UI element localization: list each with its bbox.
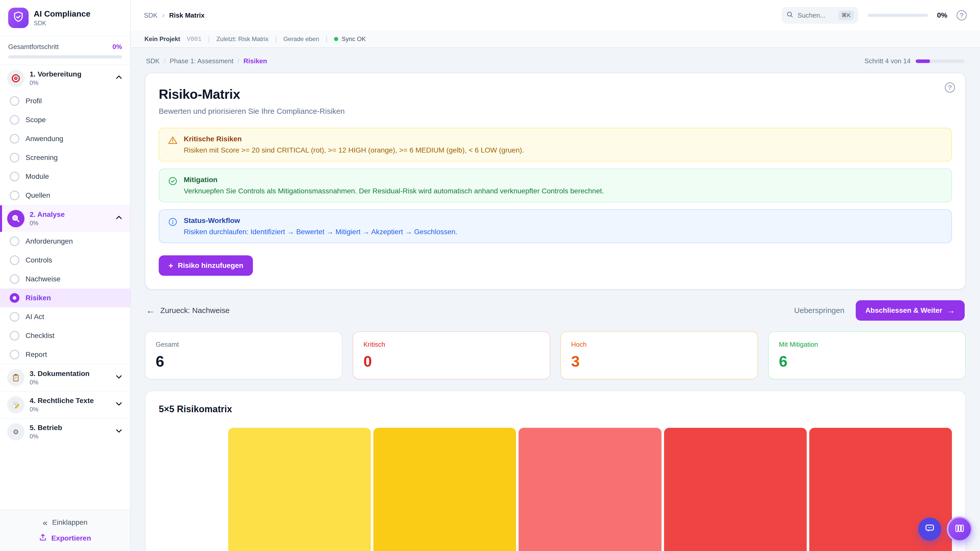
info-callout: Status-Workflow Risiken durchlaufen: Ide… bbox=[159, 210, 952, 243]
sidebar-item-risiken[interactable]: Risiken bbox=[0, 289, 130, 307]
sidebar-item-controls[interactable]: Controls bbox=[0, 251, 130, 270]
stats-row: Gesamt 6 Kritisch 0 Hoch 3 Mit Mitigatio… bbox=[145, 331, 966, 380]
callout-title: Kritische Risiken bbox=[184, 135, 524, 143]
stat-label: Mit Mitigation bbox=[779, 341, 955, 348]
callout-title: Mitigation bbox=[184, 176, 604, 184]
nav-section-dokumentation-header[interactable]: 3. Dokumentation 0% bbox=[0, 365, 130, 391]
breadcrumb-root[interactable]: SDK bbox=[144, 11, 158, 19]
radio-icon bbox=[10, 115, 19, 125]
breadcrumb-page: Risk Matrix bbox=[169, 11, 205, 19]
sidebar-item-anwendung[interactable]: Anwendung bbox=[0, 129, 130, 148]
app-logo bbox=[8, 8, 29, 28]
section-title: 5. Betrieb bbox=[30, 424, 110, 432]
sidebar-item-nachweise[interactable]: Nachweise bbox=[0, 270, 130, 289]
sidebar-item-scope[interactable]: Scope bbox=[0, 110, 130, 129]
matrix-row bbox=[228, 428, 952, 551]
nav-section-analyse-header[interactable]: 2. Analyse 0% bbox=[0, 205, 130, 232]
matrix-cell-1[interactable] bbox=[228, 428, 371, 551]
overall-progress: Gesamtfortschritt 0% bbox=[0, 36, 130, 65]
collapse-sidebar-button[interactable]: « Einklappen bbox=[43, 518, 87, 527]
radio-icon bbox=[10, 96, 19, 106]
stat-value: 6 bbox=[779, 353, 955, 370]
sidebar-item-anforderungen[interactable]: Anforderungen bbox=[0, 232, 130, 251]
magnifier-icon bbox=[7, 210, 24, 227]
radio-icon bbox=[10, 153, 19, 162]
help-button[interactable]: ? bbox=[956, 10, 967, 21]
nav-section-betrieb-header[interactable]: 5. Betrieb 0% bbox=[0, 419, 130, 445]
wizard-crumb-current: Risiken bbox=[243, 57, 267, 65]
page-subtitle: Bewerten und priorisieren Sie Ihre Compl… bbox=[159, 107, 952, 116]
stat-card-hoch: Hoch 3 bbox=[560, 331, 758, 380]
overall-progress-label: Gesamtfortschritt bbox=[8, 43, 59, 51]
matrix-cell-4[interactable] bbox=[664, 428, 807, 551]
export-button[interactable]: Exportieren bbox=[39, 534, 91, 543]
project-name: Kein Projekt bbox=[145, 35, 180, 43]
section-percent: 0% bbox=[30, 379, 110, 386]
app-window: AI Compliance SDK Gesamtfortschritt 0% 1… bbox=[0, 0, 980, 551]
search-input[interactable] bbox=[797, 11, 834, 19]
sidebar-item-module[interactable]: Module bbox=[0, 167, 130, 186]
back-button[interactable]: ← Zurueck: Nachweise bbox=[146, 306, 230, 315]
sidebar-item-ai-act[interactable]: AI Act bbox=[0, 307, 130, 326]
kanban-columns-icon bbox=[954, 523, 965, 536]
nav-section-betrieb: 5. Betrieb 0% bbox=[0, 418, 130, 445]
chevron-down-icon bbox=[115, 373, 123, 383]
section-percent: 0% bbox=[30, 220, 110, 227]
radio-icon bbox=[10, 274, 19, 284]
stat-card-gesamt: Gesamt 6 bbox=[145, 331, 342, 380]
section-percent: 0% bbox=[30, 433, 110, 440]
sidebar-item-report[interactable]: Report bbox=[0, 345, 130, 364]
matrix-title: 5×5 Risikomatrix bbox=[159, 404, 952, 414]
memo-pencil-icon bbox=[7, 396, 24, 413]
app-title: AI Compliance bbox=[34, 9, 90, 19]
app-title-block: AI Compliance SDK bbox=[34, 9, 90, 27]
last-saved-time: Gerade eben bbox=[283, 35, 319, 43]
board-fab-button[interactable] bbox=[947, 516, 972, 542]
sync-ok-dot bbox=[334, 37, 338, 41]
nav-section-analyse: 2. Analyse 0% Anforderungen Controls Nac… bbox=[0, 205, 130, 364]
keyboard-shortcut-badge: ⌘K bbox=[838, 11, 854, 20]
help-icon: ? bbox=[956, 10, 967, 21]
nav-section-vorbereitung-header[interactable]: 1. Vorbereitung 0% bbox=[0, 65, 130, 92]
breadcrumb: SDK › Risk Matrix bbox=[144, 11, 205, 19]
radio-icon bbox=[10, 256, 19, 265]
nav-section-dokumentation: 3. Dokumentation 0% bbox=[0, 364, 130, 391]
callout-title: Status-Workflow bbox=[184, 217, 457, 225]
topbar: SDK › Risk Matrix ⌘K 0% ? bbox=[130, 0, 980, 30]
matrix-cell-3[interactable] bbox=[519, 428, 661, 551]
warning-callout: Kritische Risiken Risiken mit Score >= 2… bbox=[159, 128, 952, 162]
sidebar-item-profil[interactable]: Profil bbox=[0, 92, 130, 110]
stat-value: 0 bbox=[363, 353, 539, 370]
stat-value: 3 bbox=[571, 353, 747, 370]
radio-icon bbox=[10, 171, 19, 181]
overall-progress-bar bbox=[8, 56, 122, 59]
wizard-crumb-phase[interactable]: Phase 1: Assessment bbox=[170, 57, 234, 65]
wizard-step: Schritt 4 von 14 bbox=[864, 57, 965, 65]
section-title: 1. Vorbereitung bbox=[30, 70, 110, 78]
chat-fab-button[interactable] bbox=[918, 518, 941, 540]
sidebar-item-checklist[interactable]: Checklist bbox=[0, 326, 130, 345]
stat-card-kritisch: Kritisch 0 bbox=[353, 331, 550, 380]
card-help-button[interactable]: ? bbox=[945, 83, 955, 93]
target-icon bbox=[7, 70, 24, 87]
chat-bubble-icon bbox=[924, 523, 935, 536]
stat-label: Hoch bbox=[571, 341, 747, 348]
chevron-right-icon: › bbox=[162, 11, 164, 19]
chevron-up-icon bbox=[115, 213, 123, 224]
section-title: 2. Analyse bbox=[30, 210, 110, 219]
sidebar-item-quellen[interactable]: Quellen bbox=[0, 186, 130, 205]
finish-next-button[interactable]: Abschliessen & Weiter → bbox=[856, 300, 965, 321]
chevron-up-icon bbox=[115, 73, 123, 83]
wizard-crumb-sdk[interactable]: SDK bbox=[146, 57, 159, 65]
stat-value: 6 bbox=[156, 353, 332, 370]
gear-icon bbox=[7, 423, 24, 441]
skip-button[interactable]: Ueberspringen bbox=[794, 306, 845, 315]
stat-label: Gesamt bbox=[156, 341, 332, 348]
search-box[interactable]: ⌘K bbox=[782, 7, 859, 24]
matrix-cell-2[interactable] bbox=[373, 428, 516, 551]
nav-section-rechtliche-texte-header[interactable]: 4. Rechtliche Texte 0% bbox=[0, 392, 130, 418]
wizard-breadcrumb: SDK / Phase 1: Assessment / Risiken Schr… bbox=[145, 53, 966, 73]
radio-selected-icon bbox=[10, 293, 19, 303]
sidebar-item-screening[interactable]: Screening bbox=[0, 148, 130, 167]
add-risk-button[interactable]: + Risiko hinzufuegen bbox=[159, 256, 253, 276]
